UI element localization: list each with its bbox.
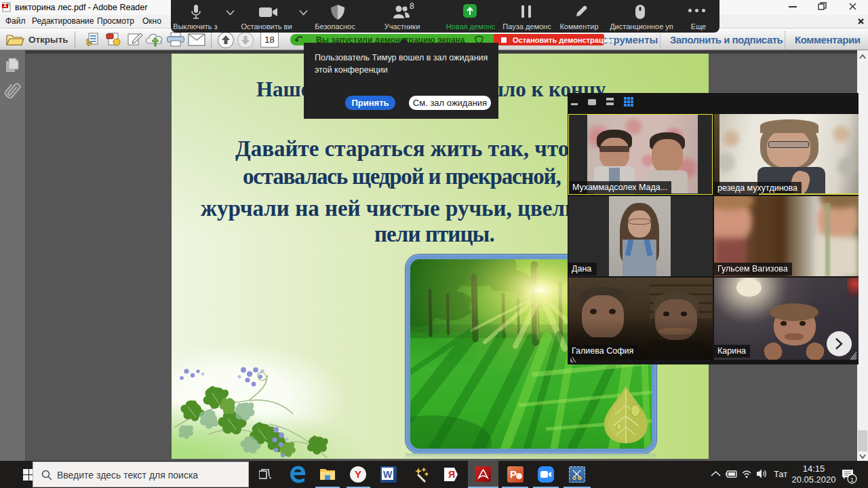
svg-text:A: A bbox=[3, 3, 7, 8]
svg-text:1: 1 bbox=[850, 476, 854, 483]
svg-text:Я: Я bbox=[448, 469, 455, 480]
